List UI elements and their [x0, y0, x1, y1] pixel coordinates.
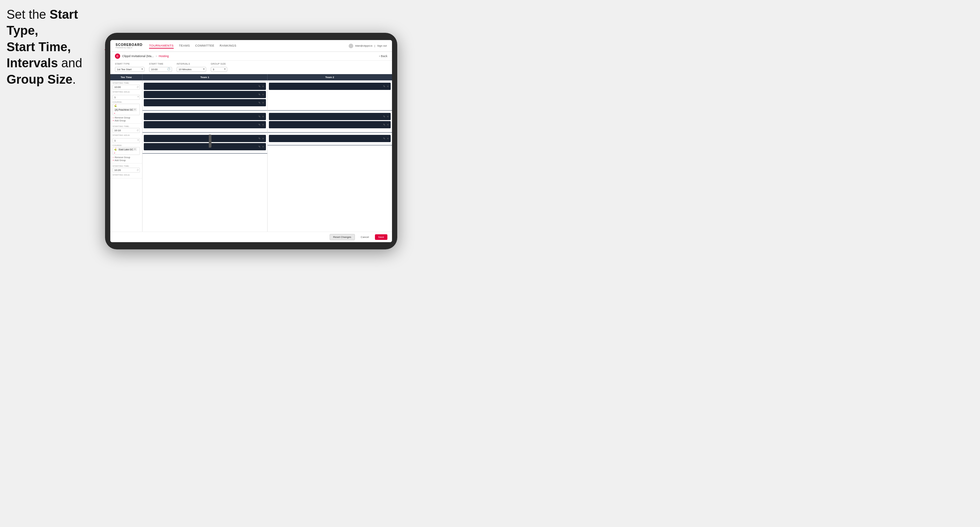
- starting-hole-wrap-1: 1210: [113, 94, 140, 100]
- group-3-block: STARTING TIME: ⏱ STARTING HOLE:: [110, 163, 142, 178]
- course-tag-1: ⛳ (A) Peachtree GC ✕ +: [113, 104, 140, 115]
- left-panel: STARTING TIME: ⏱ STARTING HOLE: 1210 COU…: [110, 80, 143, 232]
- time-icon-1: ⏱: [137, 86, 139, 88]
- edit-icon-t2-2[interactable]: ✎: [383, 115, 385, 118]
- nav-teams[interactable]: TEAMS: [179, 43, 190, 49]
- starting-time-input-1[interactable]: [113, 85, 140, 90]
- remove-player-3[interactable]: ✕: [262, 102, 264, 104]
- breadcrumb-tournament[interactable]: Clippd Invitational (Ma...: [122, 54, 154, 58]
- starting-hole-label-2: STARTING HOLE:: [113, 134, 140, 136]
- starting-time-input-2[interactable]: [113, 128, 140, 133]
- team2-group1-section: ✎ ✕: [267, 80, 392, 111]
- nav-links: TOURNAMENTS TEAMS COMMITTEE RANKINGS: [149, 43, 348, 49]
- starting-hole-label-3: STARTING HOLE:: [113, 174, 140, 176]
- add-group-1[interactable]: + Add Group: [113, 119, 140, 122]
- brand-icon: C: [115, 54, 120, 59]
- nav-tournaments[interactable]: TOURNAMENTS: [149, 43, 174, 49]
- start-type-select[interactable]: 1st Tee Start Shotgun Start: [115, 67, 145, 72]
- edit-icon-5[interactable]: ✎: [258, 123, 261, 126]
- team2-player-row-3: ✎ ✕: [269, 121, 391, 128]
- edit-icon-t2-4[interactable]: ✎: [383, 137, 385, 140]
- starting-time-label-3: STARTING TIME:: [113, 165, 140, 167]
- edit-icon-1[interactable]: ✎: [258, 85, 261, 88]
- breadcrumb-hosting[interactable]: Hosting: [159, 54, 169, 58]
- remove-group-1[interactable]: ○ Remove Group: [113, 116, 140, 119]
- instruction-text: Set the Start Type, Start Time, Interval…: [6, 6, 108, 87]
- group-2-block: STARTING TIME: ⏱ STARTING HOLE: 1210 COU…: [110, 124, 142, 163]
- side-tab: [209, 135, 212, 148]
- remove-player-t2-3[interactable]: ✕: [387, 123, 389, 126]
- starting-hole-select-1[interactable]: 1210: [113, 95, 140, 100]
- starting-time-wrap-3: ⏱: [113, 168, 140, 173]
- logo-text: SCOREBOARD: [116, 43, 143, 47]
- remove-player-t2-1[interactable]: ✕: [387, 85, 389, 88]
- remove-player-7[interactable]: ✕: [262, 145, 264, 148]
- reset-changes-button[interactable]: Reset Changes: [329, 234, 355, 240]
- remove-player-6[interactable]: ✕: [262, 137, 264, 140]
- team1-group3-section: ✎ ✕ ✎ ✕: [143, 133, 267, 154]
- course-remove-1[interactable]: ✕: [134, 108, 136, 111]
- team1-player-row-7: ✎ ✕: [144, 143, 266, 150]
- remove-player-2[interactable]: ✕: [262, 93, 264, 96]
- remove-player-1[interactable]: ✕: [262, 85, 264, 88]
- course-add-icon-1[interactable]: +: [114, 112, 115, 114]
- course-label-1: COURSE:: [113, 101, 140, 103]
- action-links-2: ○ Remove Group + Add Group: [113, 156, 140, 162]
- team1-group2-section: ✎ ✕ ✎ ✕: [143, 111, 267, 133]
- course-icon-1: ⛳: [114, 104, 117, 107]
- course-add-icon-2[interactable]: +: [114, 152, 115, 154]
- remove-player-t2-2[interactable]: ✕: [387, 115, 389, 118]
- user-email: blair@clippd.io: [355, 44, 372, 47]
- add-group-2[interactable]: + Add Group: [113, 159, 140, 162]
- instruction-line3: and: [58, 56, 82, 70]
- table-header: Tee Time Team 1 Team 2: [110, 74, 392, 80]
- nav-right: blair@clippd.io | Sign out: [348, 44, 387, 48]
- starting-time-wrap-1: ⏱: [113, 85, 140, 90]
- edit-icon-4[interactable]: ✎: [258, 115, 261, 118]
- course-label-2: COURSE:: [113, 144, 140, 146]
- starting-hole-select-2[interactable]: 1210: [113, 138, 140, 143]
- nav-separator: |: [375, 44, 375, 47]
- team2-player-row-2: ✎ ✕: [269, 113, 391, 120]
- nav-committee[interactable]: COMMITTEE: [195, 43, 215, 49]
- starting-hole-label-1: STARTING HOLE:: [113, 91, 140, 93]
- group-size-label: Group Size: [211, 63, 227, 65]
- course-icon-2: ⛳: [114, 148, 117, 151]
- starting-time-input-3[interactable]: [113, 168, 140, 173]
- remove-player-4[interactable]: ✕: [262, 115, 264, 118]
- edit-icon-3[interactable]: ✎: [258, 102, 261, 104]
- instruction-bold2: Start Time,: [6, 40, 71, 54]
- remove-player-5[interactable]: ✕: [262, 123, 264, 126]
- edit-icon-2[interactable]: ✎: [258, 93, 261, 96]
- team1-player-row-2: ✎ ✕: [144, 91, 266, 98]
- right-panel: ✎ ✕ ✎ ✕ ✎ ✕: [143, 80, 392, 232]
- team2-player-row-1: ✎ ✕: [269, 83, 391, 90]
- team1-player-row-4: ✎ ✕: [144, 113, 266, 120]
- team1-player-row-1: ✎ ✕: [144, 83, 266, 90]
- cancel-button[interactable]: Cancel: [358, 234, 372, 240]
- avatar: [348, 44, 353, 48]
- intervals-select[interactable]: 10 Minutes 8 Minutes 12 Minutes: [177, 67, 206, 72]
- instruction-bold3: Intervals: [6, 56, 58, 70]
- remove-group-2[interactable]: ○ Remove Group: [113, 156, 140, 159]
- instruction-line1: Set the: [6, 8, 49, 21]
- tablet-screen: SCOREBOARD Powered by clipp.d TOURNAMENT…: [110, 40, 392, 242]
- edit-icon-6[interactable]: ✎: [258, 137, 261, 140]
- group-size-select[interactable]: 3 2 4: [211, 67, 227, 72]
- edit-icon-t2-1[interactable]: ✎: [383, 85, 385, 88]
- sign-out-link[interactable]: Sign out: [377, 44, 387, 47]
- team1-group1-section: ✎ ✕ ✎ ✕ ✎ ✕: [143, 80, 267, 111]
- edit-icon-t2-3[interactable]: ✎: [383, 123, 385, 126]
- col-team1: Team 1: [143, 74, 267, 80]
- intervals-select-wrap: 10 Minutes 8 Minutes 12 Minutes: [177, 66, 206, 72]
- edit-icon-7[interactable]: ✎: [258, 145, 261, 148]
- nav-rankings[interactable]: RANKINGS: [220, 43, 236, 49]
- save-button[interactable]: Save: [375, 234, 387, 240]
- back-button[interactable]: ‹ Back: [379, 54, 387, 58]
- group-1-block: STARTING TIME: ⏱ STARTING HOLE: 1210 COU…: [110, 80, 142, 124]
- remove-player-t2-4[interactable]: ✕: [387, 137, 389, 140]
- course-remove-2[interactable]: ✕: [134, 148, 136, 151]
- start-time-group: Start Time 🕐: [149, 63, 172, 72]
- nav-bar: SCOREBOARD Powered by clipp.d TOURNAMENT…: [110, 40, 392, 52]
- start-type-group: Start Type 1st Tee Start Shotgun Start: [115, 63, 145, 72]
